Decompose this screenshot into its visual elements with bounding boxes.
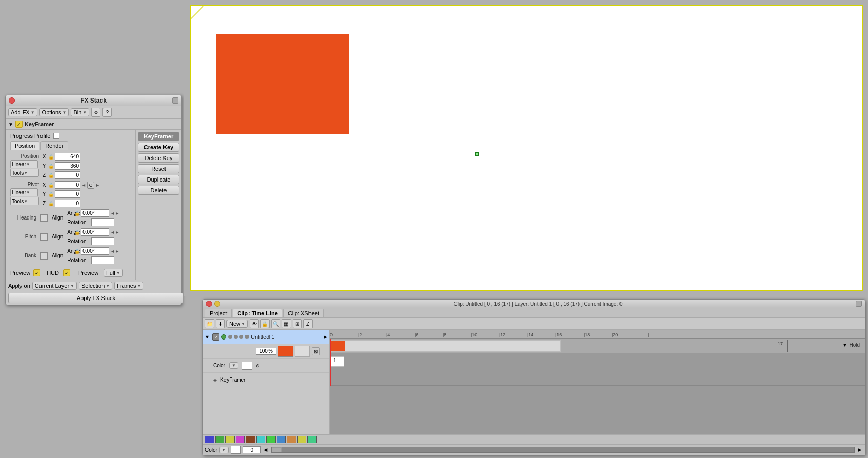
position-y-input[interactable] [55, 162, 80, 170]
hold-dropdown-icon[interactable]: ▼ [843, 343, 848, 348]
pitch-angle-input[interactable] [81, 228, 109, 236]
duplicate-button[interactable]: Duplicate [138, 175, 179, 184]
frame-scrollbar-thumb[interactable] [272, 447, 282, 452]
color-chip-brown[interactable] [246, 436, 255, 443]
layer-collapse-icon[interactable]: ▶ [324, 334, 327, 340]
preview-checkbox[interactable]: ✓ [33, 269, 40, 276]
z-icon[interactable]: Z [303, 319, 313, 328]
progress-profile-checkbox[interactable] [53, 133, 59, 139]
position-linear-dropdown[interactable]: Linear ▼ [10, 160, 38, 168]
lock-icon[interactable]: 🔒 [48, 154, 54, 160]
heading-angle-input[interactable] [81, 209, 109, 217]
tab-project[interactable]: Project [205, 309, 232, 317]
pivot-y-input[interactable] [55, 190, 80, 198]
color-bottom-dropdown[interactable]: ▼ [219, 447, 229, 453]
lock-z-icon[interactable]: 🔒 [48, 173, 54, 178]
frame-number-input[interactable] [243, 446, 261, 453]
color-chip-yellow[interactable] [225, 436, 235, 443]
tab-render[interactable]: Render [40, 141, 68, 150]
bank-rotation-input[interactable] [91, 256, 114, 264]
color-chip-purple[interactable] [236, 436, 245, 443]
selection-dropdown[interactable]: Selection ▼ [79, 282, 112, 290]
pivot-x-input[interactable] [55, 181, 80, 189]
pivot-linear-dropdown[interactable]: Linear ▼ [10, 188, 38, 196]
import-icon[interactable]: ⬇ [216, 319, 225, 328]
hud-checkbox[interactable]: ✓ [63, 269, 70, 276]
bank-align-checkbox[interactable] [40, 252, 48, 260]
color-bottom-swatch[interactable] [231, 446, 241, 454]
timeline-close-button[interactable] [206, 301, 212, 307]
folder-icon[interactable]: 📁 [205, 319, 214, 328]
create-key-button[interactable]: Create Key [138, 143, 179, 152]
lock2-icon[interactable]: 🔒 [260, 319, 270, 328]
pivot-lock-z-icon[interactable]: 🔒 [48, 201, 54, 206]
color-swatch[interactable] [242, 362, 252, 370]
pitch-arrow-icon[interactable]: ◄► [110, 230, 119, 235]
delete-button[interactable]: Delete [138, 186, 179, 195]
full-dropdown[interactable]: Full ▼ [104, 269, 123, 277]
pivot-x-right-icon[interactable]: ► [95, 183, 100, 188]
timeline-expand-button[interactable] [856, 301, 862, 307]
layer-row-untitled1[interactable]: ▼ V Untitled 1 ▶ [203, 330, 329, 344]
frame-scrollbar[interactable] [271, 447, 855, 453]
pivot-lock-x-icon[interactable]: 🔒 [48, 183, 54, 188]
tab-timeline[interactable]: Clip: Time Line [233, 309, 282, 317]
frames-dropdown[interactable]: Frames ▼ [114, 282, 143, 290]
color-chip-teal[interactable] [307, 436, 317, 443]
settings-icon[interactable]: ⚙ [91, 108, 100, 117]
reset-button[interactable]: Reset [138, 164, 179, 173]
pitch-rotation-input[interactable] [91, 237, 114, 245]
color-chip-yellow2[interactable] [297, 436, 306, 443]
grid-icon[interactable]: ▦ [282, 319, 291, 328]
pivot-tools-dropdown[interactable]: Tools ▼ [10, 197, 39, 205]
color-chip-lime[interactable] [266, 436, 276, 443]
position-tools-dropdown[interactable]: Tools ▼ [10, 169, 39, 177]
timeline-minimize-button[interactable] [214, 301, 220, 307]
heading-rotation-input[interactable] [91, 218, 114, 226]
grid2-icon[interactable]: ⊞ [293, 319, 302, 328]
keyframer-enabled-checkbox[interactable]: ✓ [15, 121, 23, 128]
help-icon[interactable]: ? [102, 108, 112, 117]
pivot-lock-y-icon[interactable]: 🔒 [48, 192, 54, 197]
close-button[interactable] [9, 97, 15, 104]
frame-nav-left-icon[interactable]: ◄ [263, 446, 269, 453]
color-edit-icon[interactable]: ⊙ [256, 363, 260, 368]
pivot-x-c-button[interactable]: C [87, 182, 94, 189]
search2-icon[interactable]: 🔍 [271, 319, 280, 328]
layer-expand-icon[interactable]: ▼ [205, 334, 210, 340]
bank-angle-input[interactable] [81, 247, 109, 255]
color-chip-orange[interactable] [287, 436, 296, 443]
color-chip-blue[interactable] [205, 436, 214, 443]
expand-arrow-icon[interactable]: ▼ [8, 122, 13, 127]
layer-options-button[interactable]: ⊠ [312, 347, 320, 355]
position-z-input[interactable] [55, 171, 80, 179]
new-dropdown[interactable]: New ▼ [226, 320, 248, 328]
options-dropdown[interactable]: Options ▼ [39, 108, 69, 116]
eye-icon[interactable]: 👁 [250, 319, 259, 328]
pivot-z-input[interactable] [55, 200, 80, 207]
color-dropdown[interactable]: ▼ [229, 362, 238, 369]
heading-arrow-icon[interactable]: ◄► [110, 211, 119, 216]
frame-nav-right-icon[interactable]: ► [857, 446, 863, 453]
orange-rectangle[interactable] [216, 34, 349, 134]
color-chip-cyan[interactable] [256, 436, 265, 443]
lock-y-icon[interactable]: 🔒 [48, 164, 54, 169]
bin-dropdown[interactable]: Bin ▼ [71, 108, 89, 116]
heading-lock-icon[interactable]: 🔒 [74, 211, 80, 216]
bank-lock-icon[interactable]: 🔒 [74, 249, 80, 254]
color-chip-lightblue[interactable] [277, 436, 286, 443]
delete-key-button[interactable]: Delete Key [138, 153, 179, 163]
playhead[interactable] [330, 339, 331, 386]
heading-align-checkbox[interactable] [40, 214, 48, 222]
pitch-align-checkbox[interactable] [40, 233, 48, 241]
minimize-button[interactable] [172, 97, 178, 104]
pivot-x-left-icon[interactable]: ◄ [81, 183, 86, 188]
bank-arrow-icon[interactable]: ◄► [110, 249, 119, 254]
transform-origin-square[interactable] [475, 152, 479, 156]
current-layer-dropdown[interactable]: Current Layer ▼ [32, 282, 77, 290]
layer-visibility-dot[interactable] [221, 334, 226, 340]
pitch-lock-icon[interactable]: 🔒 [74, 230, 80, 235]
layer-percent-input[interactable] [256, 348, 276, 355]
tab-position[interactable]: Position [10, 141, 39, 150]
add-fx-dropdown[interactable]: Add FX ▼ [8, 108, 37, 116]
